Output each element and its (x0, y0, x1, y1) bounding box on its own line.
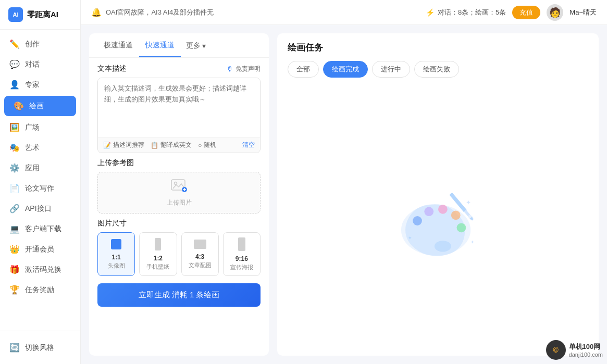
draw-icon: 🎨 (14, 101, 24, 111)
translate-action[interactable]: 📋 翻译成英文 (151, 141, 192, 149)
sidebar-label-chat: 对话 (25, 60, 40, 69)
filter-tab-all[interactable]: 全部 (288, 61, 319, 78)
apps-icon: ⚙️ (9, 163, 20, 173)
size-icon-0 (110, 239, 122, 252)
notice-text: OAI官网故障，AI3 AI4及部分插件无 (106, 8, 214, 17)
sidebar-item-expert[interactable]: 👤专家 (0, 74, 80, 95)
random-action[interactable]: ○ 随机 (198, 141, 216, 149)
text-description-section: 文本描述 🎙 免责声明 📝 描述词推荐 📋 (89, 58, 269, 153)
svg-text:✦: ✦ (408, 235, 412, 241)
main-content: 🔔 OAI官网故障，AI3 AI4及部分插件无 ⚡ 对话：8条；绘画：5条 充值… (81, 0, 607, 364)
sidebar-bottom: 🔄 切换风格 (0, 331, 80, 364)
clear-button[interactable]: 清空 (242, 141, 255, 149)
size-name-3: 宣传海报 (230, 263, 253, 271)
size-section-label: 图片尺寸 (97, 219, 261, 228)
sidebar-label-square: 广场 (25, 123, 40, 132)
switch-style-item[interactable]: 🔄 切换风格 (0, 337, 80, 358)
generate-button[interactable]: 立即生成 消耗 1 条绘画 (97, 283, 261, 307)
sidebar-item-art[interactable]: 🎭艺术 (0, 137, 80, 158)
right-panel: 绘画任务 全部绘画完成进行中绘画失败 (277, 33, 599, 356)
sidebar-item-square[interactable]: 🖼️广场 (0, 117, 80, 137)
size-name-1: 手机壁纸 (146, 263, 169, 271)
essay-icon: 📄 (9, 183, 20, 193)
tab-fast[interactable]: 极速通道 (97, 33, 139, 57)
right-header: 绘画任务 全部绘画完成进行中绘画失败 (277, 33, 599, 86)
watermark-icon: © (546, 340, 566, 360)
client-icon: 💻 (9, 224, 20, 234)
sidebar-label-draw: 绘画 (29, 102, 44, 111)
svg-point-13 (438, 205, 448, 214)
sidebar-item-draw[interactable]: 🎨绘画 (4, 96, 76, 116)
sidebar-item-api[interactable]: 🔗API接口 (0, 198, 80, 219)
logo-area: AI 零距离AI (0, 0, 80, 30)
stats-area: ⚡ 对话：8条；绘画：5条 (426, 8, 506, 17)
upload-icon (171, 178, 188, 196)
svg-point-14 (451, 210, 460, 220)
chevron-down-icon: ▾ (202, 42, 206, 50)
empty-illustration: ✦ ✦ ✦ (391, 179, 485, 262)
switch-icon: 🔄 (9, 343, 20, 353)
text-description-input[interactable] (98, 78, 260, 135)
filter-tab-progress[interactable]: 进行中 (372, 61, 410, 78)
size-card-1x1[interactable]: 1:1头像图 (97, 232, 135, 276)
sidebar-nav: ✏️创作💬对话👤专家🎨绘画🖼️广场🎭艺术⚙️应用📄论文写作🔗API接口💻客户端下… (0, 30, 80, 331)
sidebar-label-expert: 专家 (25, 80, 40, 90)
switch-style-label: 切换风格 (25, 343, 54, 353)
sidebar-label-task: 任务奖励 (25, 285, 54, 295)
word-recommend-action[interactable]: 📝 描述词推荐 (103, 141, 144, 149)
svg-rect-5 (111, 239, 121, 249)
size-ratio-2: 4:3 (195, 253, 204, 260)
body-area: 极速通道 快速通道 更多 ▾ 文本描述 🎙 免责声明 (81, 25, 607, 364)
textarea-actions: 📝 描述词推荐 📋 翻译成英文 ○ 随机 清空 (98, 137, 260, 153)
voice-disclaimer[interactable]: 🎙 免责声明 (227, 65, 261, 73)
user-name: Ma~晴天 (569, 8, 597, 17)
sidebar-item-essay[interactable]: 📄论文写作 (0, 178, 80, 198)
sidebar-item-apps[interactable]: ⚙️应用 (0, 158, 80, 178)
size-ratio-0: 1:1 (112, 254, 120, 261)
filter-tabs: 全部绘画完成进行中绘画失败 (288, 61, 588, 78)
sidebar-item-task[interactable]: 🏆任务奖励 (0, 280, 80, 300)
upload-box[interactable]: 上传图片 (97, 172, 261, 214)
right-body: ✦ ✦ ✦ (277, 86, 599, 356)
sidebar-label-apps: 应用 (25, 164, 40, 173)
svg-point-11 (413, 216, 422, 225)
tab-more[interactable]: 更多 ▾ (181, 34, 211, 57)
member-icon: 👑 (9, 244, 20, 254)
sidebar-label-member: 开通会员 (25, 245, 54, 254)
recharge-button[interactable]: 充值 (512, 6, 540, 19)
upload-label: 上传参考图 (97, 158, 261, 168)
upload-text: 上传图片 (167, 198, 192, 207)
watermark-text: 单机100网 danji100.com (569, 342, 603, 358)
header-left: 🔔 OAI官网故障，AI3 AI4及部分插件无 (91, 7, 214, 17)
size-name-2: 文章配图 (189, 261, 212, 269)
size-card-9x16[interactable]: 9:16宣传海报 (223, 232, 261, 276)
upload-section: 上传参考图 上传图片 (89, 153, 269, 214)
svg-rect-6 (155, 238, 161, 250)
size-grid: 1:1头像图1:2手机壁纸4:3文章配图9:16宣传海报 (97, 232, 261, 276)
sidebar-item-client[interactable]: 💻客户端下载 (0, 219, 80, 239)
sidebar-label-client: 客户端下载 (25, 224, 61, 234)
lightning-icon: ⚡ (426, 8, 435, 17)
sidebar-label-activate: 激活码兑换 (25, 265, 61, 274)
doc-icon: 📝 (103, 142, 111, 149)
sidebar-item-chat[interactable]: 💬对话 (0, 54, 80, 74)
sidebar-item-activate[interactable]: 🎁激活码兑换 (0, 259, 80, 280)
stats-text: 对话：8条；绘画：5条 (438, 8, 506, 17)
text-section-label: 文本描述 🎙 免责声明 (97, 64, 261, 73)
chat-icon: 💬 (9, 59, 20, 69)
filter-tab-failed[interactable]: 绘画失败 (414, 61, 459, 78)
square-icon: 🖼️ (9, 122, 20, 132)
size-ratio-3: 9:16 (236, 255, 248, 262)
size-card-4x3[interactable]: 4:3文章配图 (181, 232, 219, 276)
sidebar-item-create[interactable]: ✏️创作 (0, 34, 80, 54)
logo-title: 零距离AI (27, 10, 58, 20)
size-card-1x2[interactable]: 1:2手机壁纸 (139, 232, 177, 276)
mic-icon: 🎙 (227, 65, 233, 73)
filter-tab-done[interactable]: 绘画完成 (323, 61, 368, 78)
sidebar-item-member[interactable]: 👑开通会员 (0, 239, 80, 259)
size-section: 图片尺寸 1:1头像图1:2手机壁纸4:3文章配图9:16宣传海报 (89, 214, 269, 276)
translate-icon: 📋 (151, 142, 158, 149)
tab-quick[interactable]: 快速通道 (139, 33, 181, 57)
panel-tabs: 极速通道 快速通道 更多 ▾ (89, 33, 269, 58)
size-ratio-1: 1:2 (154, 255, 163, 262)
